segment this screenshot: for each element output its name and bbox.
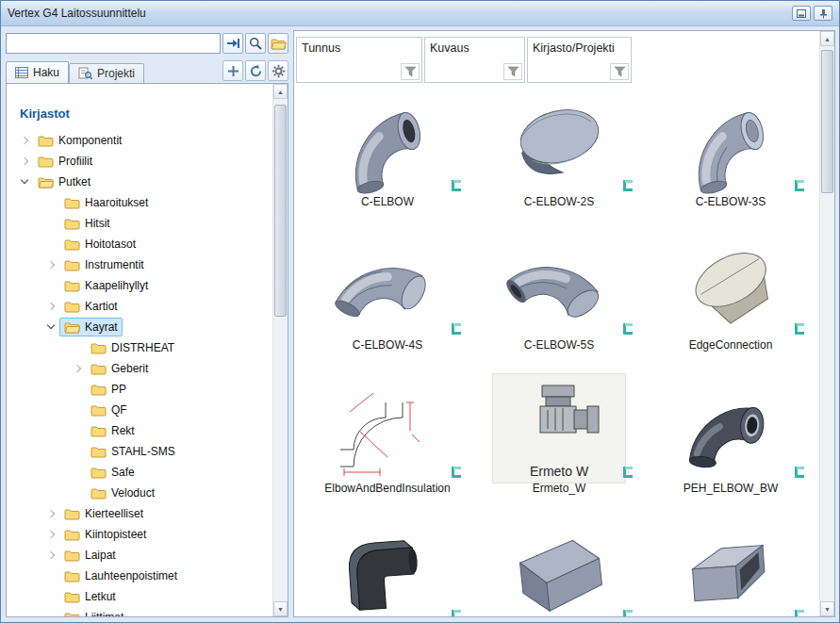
column-header-kirjasto-projekti[interactable]: Kirjasto/Projekti <box>527 37 632 83</box>
component-item-c-elbow-5s[interactable]: C-ELBOW-5S <box>473 227 645 370</box>
tree-item-kaapelihyllyt[interactable]: Kaapelihyllyt <box>7 275 288 296</box>
add-button[interactable] <box>222 60 243 81</box>
tree-item-kayrat[interactable]: Kayrat <box>7 317 288 337</box>
component-preview <box>665 517 797 616</box>
tree-item-label: STAHL-SMS <box>111 445 175 458</box>
tree-item-liittimet[interactable]: Liittimet <box>7 607 288 617</box>
component-preview: Ermeto W <box>493 374 625 483</box>
component-item[interactable] <box>645 514 816 616</box>
tree-item-letkut[interactable]: Letkut <box>7 586 288 607</box>
tree-item-geberit[interactable]: Geberit <box>7 358 288 379</box>
library-badge-icon <box>449 321 464 336</box>
scroll-down-arrow-icon[interactable]: ▼ <box>273 601 288 616</box>
column-label: Tunnus <box>302 41 340 55</box>
component-item-peh-elbow-bw[interactable]: PEH_ELBOW_BW <box>645 370 816 514</box>
tree-item-kiintopisteet[interactable]: Kiintopisteet <box>7 524 288 545</box>
tree-item-profiilit[interactable]: Profiilit <box>7 151 288 172</box>
expand-arrow-icon[interactable] <box>18 154 33 169</box>
expand-arrow-icon[interactable] <box>44 299 59 314</box>
search-button[interactable] <box>245 33 266 54</box>
filter-button-tunnus[interactable] <box>401 63 420 80</box>
component-preview <box>665 88 797 196</box>
component-item-ermeto-w[interactable]: Ermeto WErmeto_W <box>473 370 645 514</box>
tree-item-laipat[interactable]: Laipat <box>7 545 288 566</box>
expander-spacer <box>71 465 86 480</box>
filter-funnel-icon <box>614 66 626 77</box>
results-scrollbar[interactable]: ▲ ▼ <box>819 31 834 616</box>
component-item-c-elbow[interactable]: C-ELBOW <box>302 84 473 227</box>
tree-item-kierteelliset[interactable]: Kierteelliset <box>7 503 288 524</box>
tree-item-haaroitukset[interactable]: Haaroitukset <box>7 192 288 213</box>
tree-item-lauhteenpoistimet[interactable]: Lauhteenpoistimet <box>7 566 288 586</box>
component-item[interactable] <box>302 514 473 616</box>
tree-item-hitsit[interactable]: Hitsit <box>7 213 288 234</box>
expander-spacer <box>44 195 59 210</box>
browse-folder-button[interactable] <box>268 33 288 54</box>
expand-arrow-icon[interactable] <box>44 527 59 542</box>
tab-projekti-label: Projekti <box>97 67 135 80</box>
column-header-kuvaus[interactable]: Kuvaus <box>424 37 525 83</box>
results-header: Tunnus Kuvaus Kirjasto/Projekti <box>296 37 632 83</box>
tree-item-label: QF <box>111 403 127 417</box>
plus-icon <box>226 64 240 78</box>
filter-funnel-icon <box>404 66 417 77</box>
component-item[interactable] <box>473 514 645 616</box>
scroll-down-arrow-icon[interactable]: ▼ <box>820 601 834 616</box>
tree-item-qf[interactable]: QF <box>7 400 288 420</box>
filter-button-kirjasto-projekti[interactable] <box>610 63 629 80</box>
expander-spacer <box>44 216 59 231</box>
collapse-arrow-icon[interactable] <box>44 320 59 335</box>
tree-item-instrumentit[interactable]: Instrumentit <box>7 254 288 275</box>
expander-spacer <box>44 610 59 617</box>
tree-item-hoitotasot[interactable]: Hoitotasot <box>7 234 288 254</box>
tree-scrollbar-thumb[interactable] <box>274 105 287 317</box>
component-label: PEH_ELBOW_BW <box>645 482 816 495</box>
tree-root-label[interactable]: Kirjastot <box>20 107 288 123</box>
filter-button-kuvaus[interactable] <box>503 63 522 80</box>
expand-arrow-icon[interactable] <box>44 506 59 521</box>
component-item-elbowandbendinsulation[interactable]: ElbowAndBendInsulation <box>302 370 473 514</box>
scroll-up-arrow-icon[interactable]: ▲ <box>820 31 834 46</box>
tree-item-label: Rekt <box>111 424 135 437</box>
component-item-c-elbow-3s[interactable]: C-ELBOW-3S <box>645 84 816 227</box>
tree-item-safe[interactable]: Safe <box>7 462 288 483</box>
tree-item-rekt[interactable]: Rekt <box>7 420 288 441</box>
search-go-button[interactable] <box>222 33 243 54</box>
component-label: EdgeConnection <box>645 338 816 352</box>
gear-icon <box>272 64 286 78</box>
minimize-button[interactable] <box>792 6 811 21</box>
folder-icon <box>91 445 107 458</box>
settings-button[interactable] <box>268 60 288 81</box>
tree-item-kartiot[interactable]: Kartiot <box>7 296 288 317</box>
refresh-icon <box>249 64 263 78</box>
search-input[interactable] <box>6 33 221 54</box>
tree-item-putket[interactable]: Putket <box>7 172 288 192</box>
expand-arrow-icon[interactable] <box>18 133 33 148</box>
refresh-button[interactable] <box>245 60 266 81</box>
tree-scrollbar[interactable]: ▲ ▼ <box>272 84 288 616</box>
expand-arrow-icon[interactable] <box>44 257 59 272</box>
pin-button[interactable] <box>814 6 832 21</box>
tree-item-label: Kartiot <box>85 300 118 313</box>
titlebar[interactable]: Vertex G4 Laitossuunnittelu <box>1 1 839 26</box>
component-item-c-elbow-4s[interactable]: C-ELBOW-4S <box>302 227 473 370</box>
tab-projekti[interactable]: Projekti <box>69 63 144 83</box>
tab-haku[interactable]: Haku <box>6 61 69 83</box>
open-folder-icon <box>38 175 54 189</box>
results-scrollbar-thumb[interactable] <box>821 50 833 193</box>
expand-arrow-icon[interactable] <box>44 548 59 563</box>
search-toolbar <box>6 32 288 55</box>
expand-arrow-icon[interactable] <box>71 361 86 376</box>
library-badge-icon <box>792 321 807 336</box>
tree-item-komponentit[interactable]: Komponentit <box>7 130 288 151</box>
tree-item-distrheat[interactable]: DISTRHEAT <box>7 337 288 358</box>
component-item-edgeconnection[interactable]: EdgeConnection <box>645 227 816 370</box>
scroll-up-arrow-icon[interactable]: ▲ <box>273 84 288 99</box>
column-header-tunnus[interactable]: Tunnus <box>296 37 422 83</box>
tree-item-stahl-sms[interactable]: STAHL-SMS <box>7 441 288 462</box>
component-item-c-elbow-2s[interactable]: C-ELBOW-2S <box>473 84 645 227</box>
collapse-arrow-icon[interactable] <box>18 174 33 189</box>
folder-icon <box>64 507 80 520</box>
tree-item-veloduct[interactable]: Veloduct <box>7 483 288 503</box>
tree-item-pp[interactable]: PP <box>7 379 288 400</box>
